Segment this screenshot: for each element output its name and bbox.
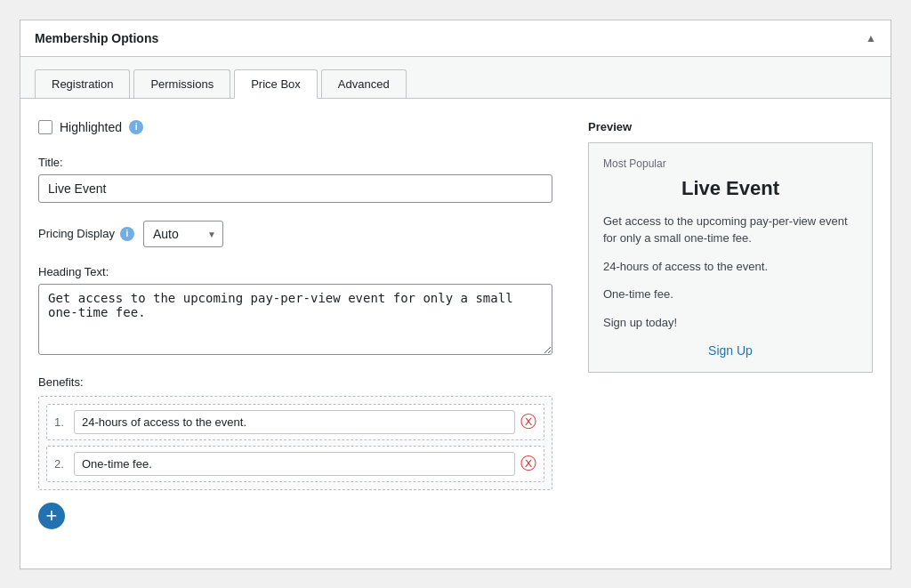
heading-text-field-row: Heading Text: Get access to the upcoming… bbox=[38, 265, 552, 358]
preview-badge: Most Popular bbox=[603, 157, 858, 170]
preview-title: Live Event bbox=[603, 177, 858, 200]
add-benefit-button[interactable]: + bbox=[38, 503, 65, 529]
tab-price-box[interactable]: Price Box bbox=[234, 69, 318, 99]
left-column: Highlighted i Title: Pricing Display i A… bbox=[38, 120, 552, 547]
benefits-label: Benefits: bbox=[38, 375, 552, 389]
title-input[interactable] bbox=[38, 174, 552, 203]
heading-text-label: Heading Text: bbox=[38, 265, 552, 278]
highlighted-label: Highlighted bbox=[60, 120, 122, 134]
title-label: Title: bbox=[38, 156, 552, 169]
membership-panel: Membership Options ▲ Registration Permis… bbox=[20, 20, 891, 569]
title-field-row: Title: bbox=[38, 156, 552, 203]
benefit-input-1[interactable] bbox=[74, 410, 515, 434]
pricing-info-icon[interactable]: i bbox=[120, 227, 134, 241]
benefit-input-2[interactable] bbox=[74, 452, 515, 476]
preview-benefit-2: One-time fee. bbox=[603, 286, 858, 303]
benefit-item-1: 1. ⓧ bbox=[46, 404, 544, 440]
benefit-item-2: 2. ⓧ bbox=[46, 446, 544, 482]
tab-registration[interactable]: Registration bbox=[35, 69, 130, 98]
preview-label: Preview bbox=[588, 120, 873, 133]
benefits-field-row: Benefits: 1. ⓧ 2. ⓧ + bbox=[38, 375, 552, 529]
highlighted-info-icon[interactable]: i bbox=[129, 120, 143, 134]
tab-advanced[interactable]: Advanced bbox=[321, 69, 407, 98]
preview-description: Get access to the upcoming pay-per-view … bbox=[603, 213, 858, 247]
preview-box: Most Popular Live Event Get access to th… bbox=[588, 142, 873, 374]
preview-signup-link[interactable]: Sign Up bbox=[603, 343, 858, 358]
highlighted-row: Highlighted i bbox=[38, 120, 552, 134]
benefits-list: 1. ⓧ 2. ⓧ bbox=[38, 396, 552, 490]
benefit-number-1: 1. bbox=[54, 415, 69, 429]
remove-benefit-1-icon[interactable]: ⓧ bbox=[520, 411, 536, 432]
highlighted-checkbox[interactable] bbox=[38, 120, 52, 134]
panel-title: Membership Options bbox=[35, 31, 158, 45]
tab-permissions[interactable]: Permissions bbox=[133, 69, 230, 98]
tabs-bar: Registration Permissions Price Box Advan… bbox=[20, 57, 891, 99]
preview-benefit-1: 24-hours of access to the event. bbox=[603, 258, 858, 276]
panel-header: Membership Options ▲ bbox=[20, 20, 891, 57]
right-column: Preview Most Popular Live Event Get acce… bbox=[588, 120, 873, 547]
panel-toggle-icon[interactable]: ▲ bbox=[866, 32, 876, 44]
preview-benefit-3: Sign up today! bbox=[603, 314, 858, 332]
remove-benefit-2-icon[interactable]: ⓧ bbox=[520, 453, 536, 474]
benefit-number-2: 2. bbox=[54, 457, 69, 471]
pricing-select[interactable]: Auto Show Hide bbox=[143, 221, 223, 247]
heading-text-input[interactable]: Get access to the upcoming pay-per-view … bbox=[38, 284, 552, 355]
pricing-select-wrap: Auto Show Hide ▼ bbox=[143, 221, 223, 247]
pricing-display-label: Pricing Display i bbox=[38, 227, 134, 241]
pricing-display-row: Pricing Display i Auto Show Hide ▼ bbox=[38, 221, 552, 247]
panel-body: Highlighted i Title: Pricing Display i A… bbox=[20, 99, 891, 568]
